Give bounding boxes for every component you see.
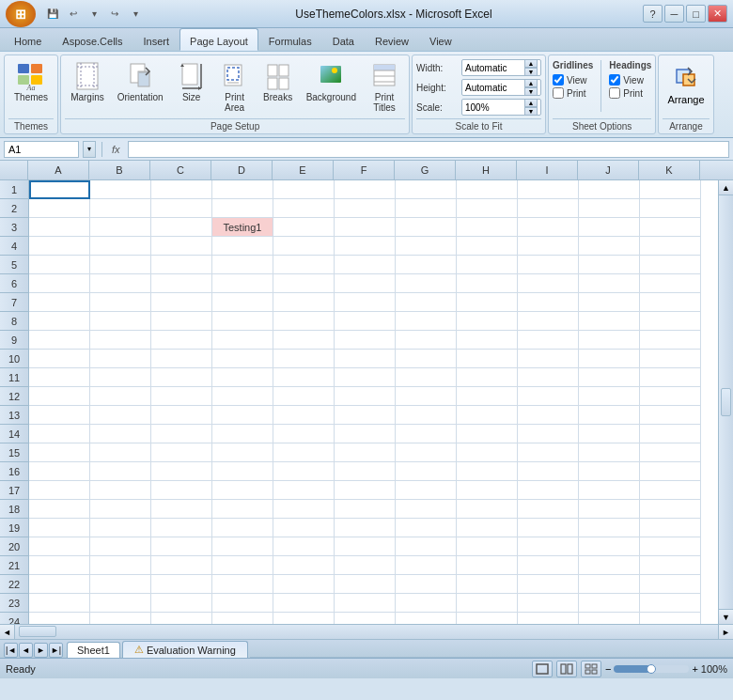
cell-j7[interactable] [579,293,640,312]
cell-b22[interactable] [90,575,151,594]
row-header-5[interactable]: 5 [0,256,28,274]
cell-h20[interactable] [457,537,518,556]
cell-g11[interactable] [396,368,457,387]
cell-b23[interactable] [90,594,151,613]
row-header-16[interactable]: 16 [0,462,28,481]
cell-b8[interactable] [90,312,151,331]
cell-e21[interactable] [273,556,335,575]
horizontal-scrollbar[interactable]: ◄ ► [0,624,733,639]
cell-j15[interactable] [579,443,640,462]
cell-g8[interactable] [396,312,457,331]
cell-a4[interactable] [29,237,90,256]
cell-g12[interactable] [396,387,457,406]
cell-j10[interactable] [579,350,640,368]
cell-i9[interactable] [518,331,579,350]
cell-f15[interactable] [335,443,396,462]
cell-i19[interactable] [518,519,579,537]
cell-c21[interactable] [151,556,212,575]
cell-k24[interactable] [640,613,701,624]
cell-f14[interactable] [335,425,396,443]
cell-j1[interactable] [579,180,640,199]
row-header-22[interactable]: 22 [0,575,28,594]
cell-b15[interactable] [90,443,151,462]
scroll-up-button[interactable]: ▲ [719,180,733,195]
cell-c7[interactable] [151,293,212,312]
cell-j2[interactable] [579,199,640,218]
cell-c20[interactable] [151,537,212,556]
cell-c3[interactable] [151,218,212,237]
cell-e9[interactable] [273,331,335,350]
cell-e20[interactable] [273,537,335,556]
sheet-tab-sheet1[interactable]: Sheet1 [67,642,120,658]
cell-d7[interactable] [212,293,273,312]
row-header-2[interactable]: 2 [0,199,28,218]
arrange-button[interactable]: Arrange [663,58,709,109]
cell-c17[interactable] [151,481,212,500]
row-header-1[interactable]: 1 [0,180,28,199]
cell-g6[interactable] [396,274,457,293]
cell-f19[interactable] [335,519,396,537]
cell-e17[interactable] [273,481,335,500]
cell-g19[interactable] [396,519,457,537]
cell-g9[interactable] [396,331,457,350]
col-header-j[interactable]: J [578,161,639,179]
cell-k13[interactable] [640,406,701,425]
cell-f18[interactable] [335,500,396,519]
cell-i20[interactable] [518,537,579,556]
cell-d23[interactable] [212,594,273,613]
cell-e18[interactable] [273,500,335,519]
cell-h10[interactable] [457,350,518,368]
cell-d16[interactable] [212,462,273,481]
cell-g21[interactable] [396,556,457,575]
cell-i1[interactable] [518,180,579,199]
cell-a10[interactable] [29,350,90,368]
cell-f23[interactable] [335,594,396,613]
cell-k22[interactable] [640,575,701,594]
cell-j6[interactable] [579,274,640,293]
cell-b14[interactable] [90,425,151,443]
cell-g24[interactable] [396,613,457,624]
cell-h24[interactable] [457,613,518,624]
cell-j20[interactable] [579,537,640,556]
cell-a19[interactable] [29,519,90,537]
cell-d19[interactable] [212,519,273,537]
cell-b12[interactable] [90,387,151,406]
cell-f22[interactable] [335,575,396,594]
cell-d21[interactable] [212,556,273,575]
cell-j17[interactable] [579,481,640,500]
orientation-button[interactable]: Orientation [112,58,169,106]
cell-j18[interactable] [579,500,640,519]
cell-k14[interactable] [640,425,701,443]
zoom-out-button[interactable]: − [605,663,611,675]
row-header-19[interactable]: 19 [0,519,28,537]
cell-d13[interactable] [212,406,273,425]
cell-e16[interactable] [273,462,335,481]
cell-k17[interactable] [640,481,701,500]
cell-a2[interactable] [29,199,90,218]
cell-d8[interactable] [212,312,273,331]
cell-f11[interactable] [335,368,396,387]
cell-f3[interactable] [335,218,396,237]
sheet-tab-evaluation-warning[interactable]: ⚠ Evaluation Warning [122,641,248,658]
cell-k5[interactable] [640,256,701,274]
cell-d20[interactable] [212,537,273,556]
cell-h2[interactable] [457,199,518,218]
page-break-view-button[interactable] [581,661,601,677]
cell-c2[interactable] [151,199,212,218]
cell-d12[interactable] [212,387,273,406]
cell-d11[interactable] [212,368,273,387]
undo-qa-button[interactable]: ↩ [64,5,83,23]
cell-g10[interactable] [396,350,457,368]
cell-c16[interactable] [151,462,212,481]
sheet-first-button[interactable]: |◄ [4,643,18,658]
cell-i14[interactable] [518,425,579,443]
cell-d1[interactable] [212,180,273,199]
cell-h15[interactable] [457,443,518,462]
col-header-g[interactable]: G [395,161,456,179]
cell-g14[interactable] [396,425,457,443]
scale-input[interactable]: 100% ▲ ▼ [461,99,541,116]
cell-e3[interactable] [273,218,335,237]
cell-k9[interactable] [640,331,701,350]
row-header-10[interactable]: 10 [0,350,28,368]
cell-j5[interactable] [579,256,640,274]
